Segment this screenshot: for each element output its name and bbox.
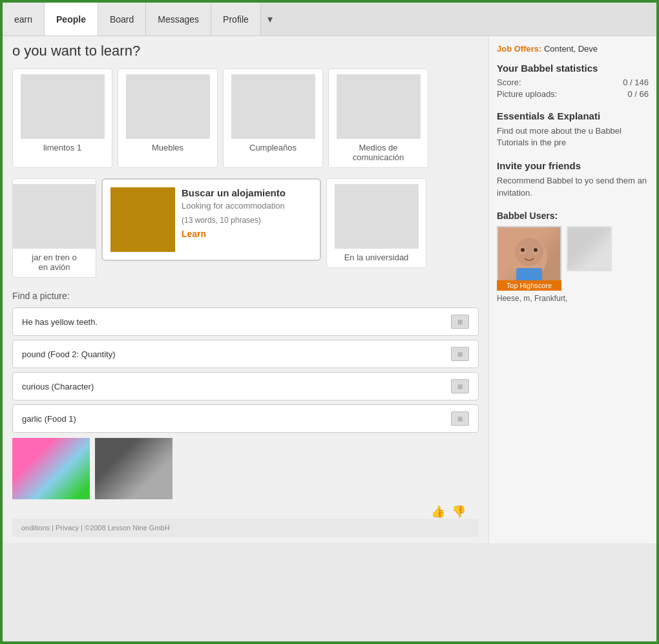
bottom-thumb-dance[interactable]: [95, 438, 173, 499]
featured-lesson-subtitle: Looking for accommodation: [182, 201, 286, 211]
lesson-image-airplane: [12, 184, 96, 249]
lesson-grid-row1: limentos 1 Muebles Cumpleaños Medios de …: [12, 68, 479, 168]
lesson-label-cumpleanos: Cumpleaños: [249, 143, 297, 152]
page-title: o you want to learn?: [12, 43, 479, 59]
tab-messages-label: Messages: [158, 14, 199, 25]
lesson-card-alimentos[interactable]: limentos 1: [12, 68, 112, 168]
invite-section: Invite your friends Recommend Babbel to …: [497, 160, 649, 198]
lesson-label-muebles: Muebles: [152, 143, 183, 152]
featured-lesson-title: Buscar un alojamiento: [182, 187, 286, 198]
find-picture-title: Find a picture:: [12, 291, 479, 301]
lesson-card-featured[interactable]: Buscar un alojamiento Looking for accomm…: [101, 178, 321, 261]
lesson-label-airplane: jar en tren o en avión: [32, 253, 76, 272]
lesson-card-muebles[interactable]: Muebles: [118, 68, 218, 168]
featured-lesson-image: [110, 187, 175, 252]
footer: onditions | Privacy | ©2008 Lesson Nine …: [12, 519, 479, 537]
navigation-bar: earn People Board Messages Profile ▾: [3, 3, 656, 36]
uploads-row: Picture uploads: 0 / 66: [497, 89, 649, 99]
invite-title: Invite your friends: [497, 160, 649, 171]
score-row: Score: 0 / 146: [497, 78, 649, 87]
find-picture-section: Find a picture: He has yellow teeth. ⊞ p…: [12, 291, 479, 433]
job-offers-line: Job Offers: Content, Deve: [497, 44, 649, 54]
score-label: Score:: [497, 78, 521, 87]
statistics-title: Your Babbel statistics: [497, 63, 649, 74]
lesson-image-cumpleanos: [231, 74, 315, 139]
svg-point-5: [534, 248, 538, 252]
lesson-label-medios: Medios de comunicación: [334, 143, 423, 162]
picture-item-3-text: curious (Character): [22, 382, 94, 391]
tab-messages[interactable]: Messages: [146, 3, 211, 36]
picture-item-4-text: garlic (Food 1): [22, 414, 76, 424]
lesson-image-universidad: [335, 184, 419, 249]
picture-item-4[interactable]: garlic (Food 1) ⊞: [12, 404, 479, 433]
lesson-card-cumpleanos[interactable]: Cumpleaños: [223, 68, 323, 168]
main-content: o you want to learn? limentos 1 Muebles …: [3, 36, 656, 543]
user-avatar-shadow: [567, 226, 612, 271]
job-offers-label: Job Offers:: [497, 44, 541, 54]
lesson-label-universidad: En la universidad: [344, 253, 409, 262]
babbel-users-title: Babbel Users:: [497, 211, 649, 221]
lesson-image-muebles: [126, 74, 210, 139]
picture-item-1[interactable]: He has yellow teeth. ⊞: [12, 307, 479, 336]
picture-item-2[interactable]: pound (Food 2: Quantity) ⊞: [12, 340, 479, 368]
lesson-card-airplane[interactable]: jar en tren o en avión: [12, 178, 96, 278]
picture-item-1-text: He has yellow teeth.: [22, 317, 98, 327]
thumbs-row: 👍 👎: [12, 504, 479, 519]
featured-lesson-meta: (13 words, 10 phrases): [182, 216, 286, 225]
picture-item-2-text: pound (Food 2: Quantity): [22, 349, 116, 359]
featured-lesson-info: Buscar un alojamiento Looking for accomm…: [182, 187, 286, 252]
essentials-section: Essentials & Explanati Find out more abo…: [497, 110, 649, 149]
tab-board-label: Board: [110, 14, 134, 25]
user-avatar-placeholder: [567, 226, 612, 271]
statistics-section: Your Babbel statistics Score: 0 / 146 Pi…: [497, 63, 649, 99]
tab-people-label: People: [56, 14, 86, 25]
babbel-users-section: Babbel Users:: [497, 211, 649, 303]
right-sidebar: Job Offers: Content, Deve Your Babbel st…: [488, 36, 656, 543]
uploads-label: Picture uploads:: [497, 89, 557, 99]
top-highscore-badge: Top Highscore: [497, 280, 561, 291]
picture-item-3-icon[interactable]: ⊞: [451, 379, 469, 393]
footer-text: onditions | Privacy | ©2008 Lesson Nine …: [21, 524, 170, 532]
job-offers-text: Content, Deve: [544, 44, 598, 54]
picture-item-4-icon[interactable]: ⊞: [451, 411, 469, 426]
invite-desc: Recommend Babbel to yo send them an invi…: [497, 175, 649, 198]
nav-dropdown-button[interactable]: ▾: [261, 3, 279, 36]
lesson-image-medios: [337, 74, 421, 139]
essentials-desc: Find out more about the u Babbel Tutoria…: [497, 125, 649, 149]
picture-item-1-icon[interactable]: ⊞: [451, 315, 469, 329]
lesson-card-medios[interactable]: Medios de comunicación: [328, 68, 428, 168]
lesson-card-universidad[interactable]: En la universidad: [326, 178, 426, 268]
left-column: o you want to learn? limentos 1 Muebles …: [3, 36, 488, 543]
picture-item-3[interactable]: curious (Character) ⊞: [12, 372, 479, 400]
thumbs-down-button[interactable]: 👎: [452, 504, 466, 519]
bottom-thumb-swim[interactable]: [12, 438, 90, 499]
lesson-label-alimentos: limentos 1: [43, 143, 81, 152]
bottom-thumbnails: [12, 438, 479, 499]
thumbs-up-button[interactable]: 👍: [431, 504, 445, 519]
uploads-value: 0 / 66: [627, 89, 649, 99]
user-info: Heese, m, Frankfurt,: [497, 294, 649, 303]
svg-rect-6: [516, 268, 542, 281]
tab-people[interactable]: People: [45, 3, 98, 36]
essentials-title: Essentials & Explanati: [497, 110, 649, 121]
tab-profile[interactable]: Profile: [211, 3, 261, 36]
lesson-image-alimentos: [21, 74, 105, 139]
tab-learn-label: earn: [14, 14, 32, 25]
tab-learn[interactable]: earn: [3, 3, 45, 36]
score-value: 0 / 146: [623, 78, 649, 87]
svg-point-4: [521, 248, 525, 252]
svg-point-1: [515, 238, 543, 266]
chevron-down-icon: ▾: [267, 13, 273, 25]
tab-profile-label: Profile: [223, 14, 249, 25]
lesson-row2: jar en tren o en avión Buscar un alojami…: [12, 178, 479, 278]
featured-lesson-learn-button[interactable]: Learn: [182, 229, 286, 239]
picture-item-2-icon[interactable]: ⊞: [451, 347, 469, 361]
tab-board[interactable]: Board: [98, 3, 146, 36]
user-avatar-container[interactable]: Top Highscore: [497, 226, 561, 291]
